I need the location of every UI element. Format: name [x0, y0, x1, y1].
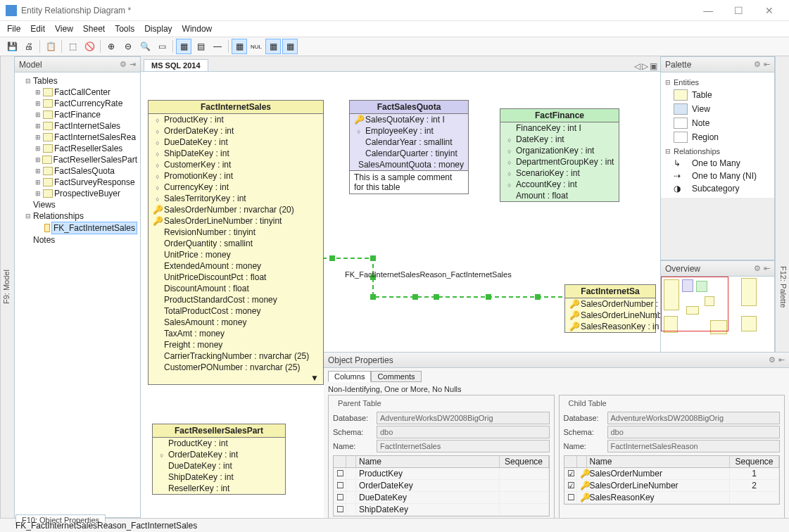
save-icon[interactable]: 💾: [4, 39, 20, 54]
palette-region[interactable]: Region: [665, 130, 770, 144]
menu-view[interactable]: View: [55, 24, 73, 34]
palette-view[interactable]: View: [665, 102, 770, 116]
tree-item[interactable]: FactResellerSales: [54, 143, 122, 154]
entity-column[interactable]: ⬨ShipDateKey : int: [149, 148, 323, 159]
display-mode-1-icon[interactable]: ▦: [176, 39, 191, 54]
zoom-in-icon[interactable]: ⊕: [103, 39, 119, 54]
entity-column[interactable]: FinanceKey : int I: [500, 122, 619, 134]
tree-tables[interactable]: Tables: [33, 75, 58, 87]
props-tab-columns[interactable]: Columns: [328, 371, 371, 382]
tree-item[interactable]: FactCallCenter: [54, 87, 111, 98]
menu-display[interactable]: Display: [144, 24, 172, 34]
zoom-out-icon[interactable]: ⊖: [120, 39, 136, 54]
entity-column[interactable]: ⬨OrderDateKey : int: [153, 449, 285, 460]
entity-column[interactable]: 🔑SalesReasonKey : in: [565, 321, 655, 332]
cancel-icon[interactable]: 🚫: [82, 39, 97, 54]
entity-column[interactable]: ProductKey : int: [153, 438, 285, 449]
table-row[interactable]: ☑🔑SalesOrderNumber1: [564, 468, 780, 480]
close-button[interactable]: ✕: [755, 5, 783, 16]
pin-icon[interactable]: ⇤: [778, 355, 785, 365]
tab-next-icon[interactable]: ▷: [642, 61, 648, 71]
table-row[interactable]: ☐OrderDateKey: [334, 480, 549, 492]
entity-column[interactable]: SalesAmount : money: [149, 317, 323, 328]
entity-column[interactable]: ⬨ProductKey : int: [149, 114, 323, 125]
entity-column[interactable]: 🔑SalesOrderLineNumb: [565, 310, 655, 321]
tree-item[interactable]: FactInternetSalesRea: [54, 132, 136, 143]
entity-column[interactable]: ShipDateKey : int: [153, 471, 285, 483]
display-mode-3-icon[interactable]: —: [210, 39, 225, 54]
minimize-button[interactable]: —: [694, 5, 722, 16]
tree-item[interactable]: FactInternetSales: [54, 120, 120, 132]
tree-item[interactable]: FactFinance: [54, 109, 101, 120]
entity-column[interactable]: DueDateKey : int: [153, 460, 285, 471]
entity-factsalesquota[interactable]: FactSalesQuota 🔑SalesQuotaKey : int I⬨Em…: [349, 100, 469, 194]
entity-column[interactable]: ⬨DateKey : int: [500, 134, 619, 145]
toggle-null-icon[interactable]: NUL: [248, 39, 264, 54]
palette-rel-1n[interactable]: ↳One to Many: [665, 157, 770, 170]
pin-icon[interactable]: ⇥: [130, 60, 136, 69]
child-name[interactable]: FactInternetSalesReason: [607, 440, 781, 452]
palette-section-rel[interactable]: Relationships: [665, 147, 770, 156]
parent-columns-table[interactable]: NameSequence ☐ProductKey☐OrderDateKey☐Du…: [333, 455, 550, 517]
pin-icon[interactable]: ⇤: [764, 60, 770, 69]
entity-column[interactable]: ⬨ScenarioKey : int: [500, 167, 619, 179]
toggle-b-icon[interactable]: ▦: [265, 39, 281, 54]
entity-column[interactable]: CustomerPONumber : nvarchar (25): [149, 362, 323, 373]
tree-item[interactable]: ProspectiveBuyer: [54, 188, 120, 199]
tree-item[interactable]: FactSurveyResponse: [54, 177, 135, 188]
zoom-reset-icon[interactable]: 🔍: [137, 39, 153, 54]
tree-item[interactable]: FactResellerSalesPart: [53, 154, 137, 165]
gear-icon[interactable]: ⚙: [120, 60, 127, 69]
palette-section-entities[interactable]: Entities: [665, 78, 770, 87]
entity-column[interactable]: ⬨OrderDateKey : int: [149, 125, 323, 137]
entity-column[interactable]: Amount : float: [500, 190, 619, 201]
child-db[interactable]: AdventureWorksDW2008BigOrig: [607, 412, 781, 424]
print-icon[interactable]: 🖨: [21, 39, 37, 54]
tree-notes[interactable]: Notes: [33, 234, 55, 246]
entity-column[interactable]: ⬨AccountKey : int: [500, 179, 619, 190]
menu-window[interactable]: Window: [182, 24, 213, 34]
left-gutter-model[interactable]: F9: Model: [0, 56, 14, 518]
entity-column[interactable]: TaxAmt : money: [149, 328, 323, 339]
tree-item[interactable]: FactCurrencyRate: [54, 98, 122, 109]
menu-file[interactable]: File: [7, 24, 20, 34]
entity-column[interactable]: TotalProductCost : money: [149, 305, 323, 317]
toggle-a-icon[interactable]: ▦: [232, 39, 247, 54]
table-row[interactable]: ☐DueDateKey: [334, 492, 549, 504]
entity-column[interactable]: CarrierTrackingNumber : nvarchar (25): [149, 350, 323, 362]
tab-dbms[interactable]: MS SQL 2014: [144, 59, 208, 71]
entity-factfinance[interactable]: FactFinance FinanceKey : int I⬨DateKey :…: [500, 108, 619, 202]
tree-item-fk[interactable]: FK_FactInternetSales: [51, 222, 137, 234]
gear-icon[interactable]: ⚙: [754, 264, 761, 273]
entity-column[interactable]: ExtendedAmount : money: [149, 260, 323, 272]
notable-icon[interactable]: ⬚: [65, 39, 80, 54]
table-row[interactable]: ☐ShipDateKey: [334, 504, 549, 516]
parent-name[interactable]: FactInternetSales: [377, 440, 550, 452]
palette-table[interactable]: Table: [665, 88, 770, 102]
entity-column[interactable]: ⬨EmployeeKey : int: [350, 125, 468, 137]
parent-schema[interactable]: dbo: [377, 426, 550, 438]
entity-column[interactable]: 🔑SalesOrderNumber :: [565, 298, 655, 310]
pin-icon[interactable]: ⇤: [764, 264, 770, 273]
menu-edit[interactable]: Edit: [30, 24, 45, 34]
entity-column[interactable]: 🔑SalesOrderLineNumber : tinyint: [149, 215, 323, 227]
props-tab-comments[interactable]: Comments: [371, 371, 421, 382]
entity-column[interactable]: ⬨DueDateKey : int: [149, 137, 323, 148]
menu-sheet[interactable]: Sheet: [83, 24, 105, 34]
entity-column[interactable]: OrderQuantity : smallint: [149, 238, 323, 249]
tree-item[interactable]: FactSalesQuota: [54, 165, 115, 177]
entity-column[interactable]: ⬨CustomerKey : int: [149, 159, 323, 170]
tree-views[interactable]: Views: [33, 199, 56, 210]
entity-column[interactable]: UnitPrice : money: [149, 249, 323, 260]
entity-factresellersalespart[interactable]: FactResellerSalesPart ProductKey : int⬨O…: [152, 424, 286, 495]
palette-rel-1n-ni[interactable]: ⇢One to Many (NI): [665, 170, 770, 182]
gear-icon[interactable]: ⚙: [769, 355, 776, 365]
entity-column[interactable]: ResellerKey : int: [153, 483, 285, 494]
entity-column[interactable]: CalendarYear : smallint: [350, 137, 468, 148]
entity-column[interactable]: ⬨OrganizationKey : int: [500, 145, 619, 156]
gear-icon[interactable]: ⚙: [754, 60, 761, 69]
table-row[interactable]: ☐ProductKey: [334, 468, 549, 480]
child-columns-table[interactable]: NameSequence ☑🔑SalesOrderNumber1☑🔑SalesO…: [564, 455, 781, 505]
entity-column[interactable]: UnitPriceDiscountPct : float: [149, 272, 323, 283]
entity-column[interactable]: ⬨DepartmentGroupKey : int: [500, 156, 619, 167]
